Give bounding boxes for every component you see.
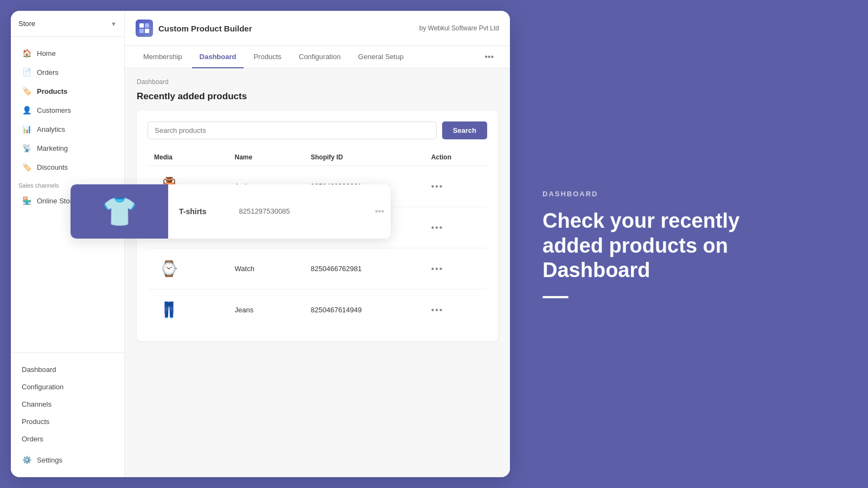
app-logo bbox=[136, 20, 153, 37]
logo-icon bbox=[139, 23, 150, 34]
sidebar-inner-item-dashboard[interactable]: Dashboard bbox=[14, 361, 121, 378]
sidebar-inner-products-label: Products bbox=[22, 418, 49, 426]
store-selector-arrow-icon: ▼ bbox=[111, 21, 117, 27]
sidebar-bottom: Dashboard Configuration Channels Product… bbox=[11, 352, 124, 477]
sidebar-item-marketing[interactable]: 📡 Marketing bbox=[14, 139, 121, 157]
settings-icon: ⚙️ bbox=[22, 455, 31, 465]
col-name: Name bbox=[228, 149, 304, 166]
tooltip-name: T-shirts bbox=[179, 207, 207, 216]
sidebar-item-products[interactable]: 🏷️ Products bbox=[14, 82, 121, 100]
sidebar-inner-configuration-label: Configuration bbox=[22, 383, 63, 391]
app-panel: Store ▼ 🏠 Home 📄 Orders 🏷️ Products 👤 Cu… bbox=[11, 11, 510, 477]
sidebar: Store ▼ 🏠 Home 📄 Orders 🏷️ Products 👤 Cu… bbox=[11, 11, 125, 477]
svg-rect-2 bbox=[139, 29, 144, 33]
tab-membership[interactable]: Membership bbox=[136, 46, 190, 68]
tab-products[interactable]: Products bbox=[246, 46, 289, 68]
id-cell-watch: 8250466762981 bbox=[304, 248, 425, 290]
tooltip-product-emoji: 👕 bbox=[102, 195, 137, 228]
search-input[interactable] bbox=[148, 121, 437, 139]
customers-icon: 👤 bbox=[22, 105, 31, 115]
tooltip-action-dots[interactable]: ••• bbox=[368, 207, 391, 216]
media-cell-jeans: 👖 bbox=[148, 290, 228, 331]
action-cell-jeans[interactable]: ••• bbox=[425, 290, 487, 331]
id-cell-jeans: 8250467614949 bbox=[304, 290, 425, 331]
col-action: Action bbox=[425, 149, 487, 166]
sidebar-item-analytics[interactable]: 📊 Analytics bbox=[14, 120, 121, 138]
product-image-jeans: 👖 bbox=[154, 295, 184, 325]
analytics-icon: 📊 bbox=[22, 124, 31, 134]
sidebar-item-discounts[interactable]: 🏷️ Discounts bbox=[14, 158, 121, 176]
table-row: ⌚ Watch 8250466762981 ••• bbox=[148, 248, 487, 290]
right-panel: DASHBOARD Check your recently added prod… bbox=[510, 0, 868, 488]
store-selector-label: Store bbox=[18, 20, 35, 28]
tabs-bar: Membership Dashboard Products Configurat… bbox=[125, 46, 510, 68]
sidebar-item-home[interactable]: 🏠 Home bbox=[14, 44, 121, 62]
action-cell-antiques[interactable]: ••• bbox=[425, 166, 487, 207]
dashboard-line bbox=[542, 296, 569, 298]
tooltip-header: 👕 T-shirts 8251297530085 ••• bbox=[71, 184, 391, 239]
sidebar-inner-item-configuration[interactable]: Configuration bbox=[14, 378, 121, 395]
sidebar-item-customers-label: Customers bbox=[37, 106, 71, 114]
product-table: Media Name Shopify ID Action 🏺 Antiques bbox=[148, 149, 487, 330]
app-subtitle: by Webkul Software Pvt Ltd bbox=[419, 24, 499, 32]
sales-channels-label: Sales channels bbox=[18, 182, 59, 189]
svg-rect-3 bbox=[145, 29, 149, 33]
app-title: Custom Product Builder bbox=[158, 24, 252, 33]
tooltip-shopify-id: 8251297530085 bbox=[239, 207, 290, 216]
sidebar-inner-item-orders[interactable]: Orders bbox=[14, 431, 121, 447]
page-body: Dashboard Recently added products Search… bbox=[125, 68, 510, 477]
col-shopify-id: Shopify ID bbox=[304, 149, 425, 166]
tab-general-setup[interactable]: General Setup bbox=[350, 46, 411, 68]
home-icon: 🏠 bbox=[22, 48, 31, 58]
online-store-icon: 🏪 bbox=[22, 196, 31, 206]
sidebar-item-orders-label: Orders bbox=[37, 68, 59, 76]
action-cell-tshirts[interactable]: ••• bbox=[425, 207, 487, 248]
sidebar-inner-item-channels[interactable]: Channels bbox=[14, 396, 121, 413]
table-header-row: Media Name Shopify ID Action bbox=[148, 149, 487, 166]
store-selector[interactable]: Store ▼ bbox=[11, 11, 124, 37]
search-button[interactable]: Search bbox=[442, 121, 487, 139]
sidebar-item-orders[interactable]: 📄 Orders bbox=[14, 63, 121, 81]
discounts-icon: 🏷️ bbox=[22, 162, 31, 172]
sidebar-item-settings-label: Settings bbox=[37, 456, 62, 464]
sidebar-inner-dashboard-label: Dashboard bbox=[22, 365, 56, 374]
tooltip-overlay: 👕 T-shirts 8251297530085 ••• bbox=[71, 184, 391, 239]
name-cell-watch: Watch bbox=[228, 248, 304, 290]
action-dots-tshirts[interactable]: ••• bbox=[431, 223, 444, 232]
sidebar-item-settings[interactable]: ⚙️ Settings bbox=[14, 451, 121, 469]
products-icon: 🏷️ bbox=[22, 86, 31, 96]
sidebar-item-analytics-label: Analytics bbox=[37, 125, 65, 133]
action-cell-watch[interactable]: ••• bbox=[425, 248, 487, 290]
tab-dashboard[interactable]: Dashboard bbox=[192, 46, 244, 68]
breadcrumb: Dashboard bbox=[137, 78, 498, 86]
tooltip-row: T-shirts 8251297530085 bbox=[179, 207, 358, 216]
app-header-left: Custom Product Builder bbox=[136, 20, 252, 37]
sidebar-inner-item-products[interactable]: Products bbox=[14, 413, 121, 430]
sidebar-item-marketing-label: Marketing bbox=[37, 144, 68, 152]
action-dots-watch[interactable]: ••• bbox=[431, 264, 444, 273]
name-cell-jeans: Jeans bbox=[228, 290, 304, 331]
marketing-icon: 📡 bbox=[22, 143, 31, 153]
action-dots-jeans[interactable]: ••• bbox=[431, 305, 444, 314]
main-content: Custom Product Builder by Webkul Softwar… bbox=[125, 11, 510, 477]
product-image-watch: ⌚ bbox=[154, 254, 184, 284]
tabs-more-button[interactable]: ••• bbox=[479, 48, 499, 66]
tooltip-image: 👕 bbox=[71, 184, 168, 239]
dashboard-heading: Check your recently added products on Da… bbox=[542, 209, 781, 283]
tab-configuration[interactable]: Configuration bbox=[291, 46, 348, 68]
app-header: Custom Product Builder by Webkul Softwar… bbox=[125, 11, 510, 46]
sidebar-item-products-label: Products bbox=[37, 87, 67, 95]
action-dots-antiques[interactable]: ••• bbox=[431, 182, 444, 191]
sidebar-item-home-label: Home bbox=[37, 49, 56, 57]
orders-icon: 📄 bbox=[22, 67, 31, 77]
search-bar: Search bbox=[148, 121, 487, 139]
dashboard-label: DASHBOARD bbox=[542, 190, 835, 198]
sidebar-inner-channels-label: Channels bbox=[22, 400, 52, 408]
sidebar-inner-orders-label: Orders bbox=[22, 435, 43, 443]
media-cell-watch: ⌚ bbox=[148, 248, 228, 290]
svg-rect-1 bbox=[145, 23, 149, 28]
section-title: Recently added products bbox=[137, 91, 498, 102]
tooltip-content: T-shirts 8251297530085 bbox=[168, 198, 368, 224]
col-media: Media bbox=[148, 149, 228, 166]
sidebar-item-customers[interactable]: 👤 Customers bbox=[14, 101, 121, 119]
